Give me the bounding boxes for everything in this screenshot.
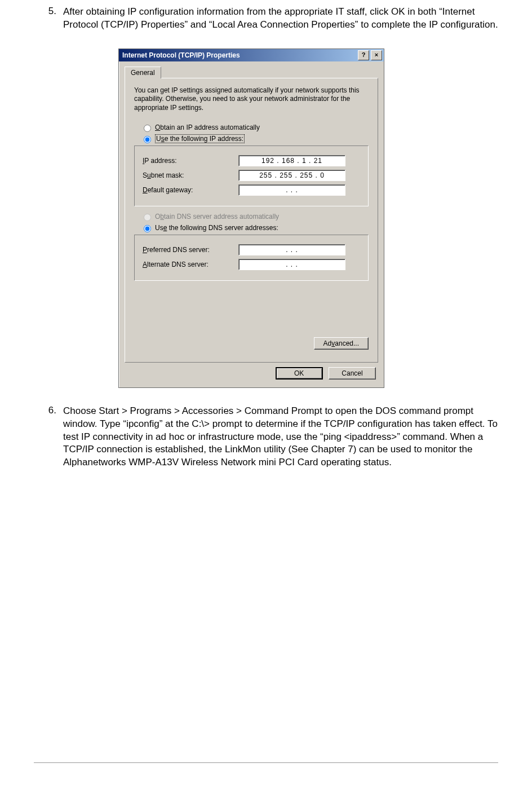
- label-subnet-mask: Subnet mask:: [143, 171, 238, 179]
- label-preferred-dns: Preferred DNS server:: [143, 246, 238, 254]
- close-button[interactable]: ×: [371, 50, 382, 60]
- step-5: 5. After obtaining IP configuration info…: [34, 6, 498, 32]
- tab-general[interactable]: General: [125, 67, 161, 78]
- input-subnet-mask[interactable]: 255 . 255 . 255 . 0: [238, 170, 345, 181]
- dialog-title: Internet Protocol (TCP/IP) Properties: [122, 51, 240, 59]
- radio-use-dns-label: Use the following DNS server addresses:: [155, 224, 278, 232]
- tcpip-properties-dialog: Internet Protocol (TCP/IP) Properties ? …: [118, 48, 384, 388]
- dns-group: Preferred DNS server: . . . Alternate DN…: [134, 235, 369, 281]
- tab-panel: You can get IP settings assigned automat…: [125, 78, 378, 363]
- radio-use-dns[interactable]: [144, 225, 151, 232]
- radio-use-ip[interactable]: [144, 136, 151, 143]
- advanced-button[interactable]: Advanced...: [314, 337, 369, 350]
- input-alternate-dns[interactable]: . . .: [238, 259, 345, 270]
- input-default-gateway[interactable]: . . .: [238, 184, 345, 196]
- radio-obtain-dns-row: Obtain DNS server address automatically: [141, 212, 369, 221]
- dialog-screenshot: Internet Protocol (TCP/IP) Properties ? …: [118, 48, 498, 388]
- dialog-description: You can get IP settings assigned automat…: [134, 86, 369, 113]
- titlebar: Internet Protocol (TCP/IP) Properties ? …: [119, 49, 384, 61]
- cancel-button[interactable]: Cancel: [329, 367, 376, 380]
- step-5-number: 5.: [34, 6, 63, 32]
- radio-obtain-ip[interactable]: [144, 125, 151, 132]
- radio-obtain-dns: [144, 214, 151, 221]
- ok-button[interactable]: OK: [276, 367, 323, 380]
- ip-group: IP address: 192 . 168 . 1 . 21 Subnet ma…: [134, 145, 369, 206]
- radio-obtain-dns-label: Obtain DNS server address automatically: [155, 213, 279, 220]
- radio-obtain-ip-label: Obtain an IP address automatically: [155, 123, 260, 131]
- input-preferred-dns[interactable]: . . .: [238, 244, 345, 255]
- step-6: 6. Choose Start > Programs > Accessories…: [34, 405, 498, 470]
- step-6-number: 6.: [34, 405, 63, 470]
- footer-divider: [34, 762, 498, 763]
- label-ip-address: IP address:: [143, 157, 238, 165]
- label-alternate-dns: Alternate DNS server:: [143, 261, 238, 268]
- radio-use-dns-row[interactable]: Use the following DNS server addresses:: [141, 223, 369, 232]
- radio-use-ip-label: Use the following IP address:: [155, 134, 245, 143]
- radio-use-ip-row[interactable]: Use the following IP address:: [141, 134, 369, 143]
- input-ip-address[interactable]: 192 . 168 . 1 . 21: [238, 155, 345, 166]
- step-5-text: After obtaining IP configuration informa…: [63, 6, 498, 32]
- radio-obtain-ip-row[interactable]: Obtain an IP address automatically: [141, 123, 369, 132]
- help-button[interactable]: ?: [358, 50, 369, 60]
- label-default-gateway: Default gateway:: [143, 186, 238, 194]
- step-6-text: Choose Start > Programs > Accessories > …: [63, 405, 498, 470]
